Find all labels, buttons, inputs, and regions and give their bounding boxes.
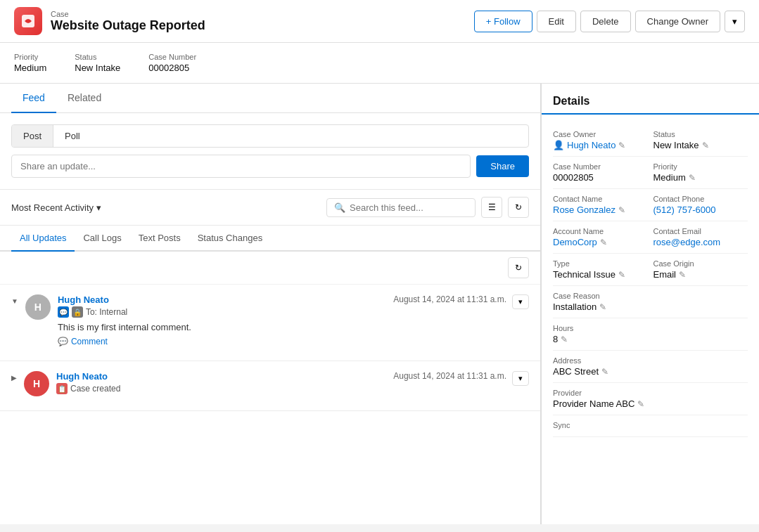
details-row-type-origin: Type Technical Issue ✎ Case Origin Email…	[553, 254, 748, 286]
poll-tab[interactable]: Poll	[53, 125, 91, 147]
sync-cell: Sync	[553, 421, 648, 431]
avatar: H	[25, 294, 51, 320]
case-number-label: Case Number	[148, 53, 196, 61]
hours-text: 8	[553, 334, 558, 344]
search-feed-container: 🔍	[326, 198, 476, 217]
edit-contact-name-icon[interactable]: ✎	[618, 205, 625, 215]
provider-text: Provider Name ABC	[553, 398, 634, 409]
header-actions: + Follow Edit Delete Change Owner ▾	[474, 11, 745, 32]
tab-text-posts[interactable]: Text Posts	[130, 226, 189, 252]
page-header: Case Website Outage Reported + Follow Ed…	[0, 0, 759, 43]
priority-detail-label: Priority	[653, 162, 748, 171]
case-owner-name[interactable]: Hugh Neato	[567, 140, 616, 150]
type-text: Technical Issue	[553, 269, 616, 280]
feed-to: To: Internal	[86, 307, 127, 317]
tab-status-changes[interactable]: Status Changes	[189, 226, 272, 252]
edit-hours-icon[interactable]: ✎	[561, 335, 568, 344]
status-value: New Intake	[75, 63, 120, 73]
status-detail-value: New Intake ✎	[653, 140, 748, 150]
case-origin-cell: Case Origin Email ✎	[653, 259, 748, 280]
post-input-row: Share	[11, 155, 529, 178]
feed-item-left: ▼ H Hugh Neato 💬 🔒 To: Internal This is …	[11, 294, 191, 346]
edit-address-icon[interactable]: ✎	[601, 367, 608, 377]
case-number-cell: Case Number 00002805	[553, 162, 648, 183]
tab-related[interactable]: Related	[56, 84, 113, 113]
contact-name-text[interactable]: Rose Gonzalez	[553, 205, 616, 215]
contact-name-label: Contact Name	[553, 195, 648, 203]
share-button[interactable]: Share	[476, 155, 529, 177]
feed-item-right: August 14, 2024 at 11:31 a.m. ▾	[393, 371, 529, 386]
activity-tabs: All Updates Call Logs Text Posts Status …	[0, 226, 540, 252]
hours-cell: Hours 8 ✎	[553, 324, 648, 344]
tab-feed[interactable]: Feed	[11, 84, 56, 113]
refresh-icon-button[interactable]: ↻	[508, 197, 529, 218]
edit-account-icon[interactable]: ✎	[600, 238, 607, 247]
address-value: ABC Street ✎	[553, 366, 648, 377]
feed-item-header: ▼ H Hugh Neato 💬 🔒 To: Internal This is …	[11, 294, 529, 346]
search-feed-input[interactable]	[350, 202, 468, 213]
activity-dropdown[interactable]: Most Recent Activity ▾	[11, 202, 101, 213]
share-update-input[interactable]	[11, 155, 471, 178]
feed-item-body: Hugh Neato 💬 🔒 To: Internal This is my f…	[58, 294, 191, 346]
feed-author: Hugh Neato	[58, 294, 191, 305]
edit-reason-icon[interactable]: ✎	[599, 302, 606, 312]
status-field: Status New Intake	[75, 53, 120, 73]
feed-meta-icons: 💬 🔒 To: Internal	[58, 306, 191, 318]
empty-cell-4	[653, 389, 748, 409]
contact-email-value[interactable]: rose@edge.com	[653, 237, 748, 247]
edit-origin-icon[interactable]: ✎	[679, 270, 686, 280]
follow-button[interactable]: + Follow	[474, 11, 532, 32]
case-icon: 📋	[56, 383, 68, 394]
account-name-text[interactable]: DemoCorp	[553, 237, 597, 247]
empty-cell-5	[653, 421, 748, 431]
edit-status-icon[interactable]: ✎	[702, 141, 709, 150]
feed-actions-button[interactable]: ▾	[512, 371, 529, 386]
right-panel: Details Case Owner 👤 Hugh Neato ✎ Status…	[541, 84, 759, 524]
contact-email-cell: Contact Email rose@edge.com	[653, 227, 748, 247]
tab-all-updates[interactable]: All Updates	[11, 226, 75, 252]
feed-content: This is my first internal comment.	[58, 322, 191, 332]
priority-field: Priority Medium	[14, 53, 46, 73]
priority-detail-value: Medium ✎	[653, 172, 748, 183]
filter-icon-button[interactable]: ☰	[481, 197, 502, 218]
expand-toggle[interactable]: ▶	[11, 371, 17, 382]
address-label: Address	[553, 356, 648, 365]
collapse-toggle[interactable]: ▼	[11, 294, 18, 305]
case-owner-label: Case Owner	[553, 130, 648, 138]
feed-refresh-button[interactable]: ↻	[508, 257, 529, 278]
comment-link[interactable]: 💬 Comment	[58, 337, 191, 346]
case-origin-label: Case Origin	[653, 259, 748, 268]
post-tab[interactable]: Post	[12, 125, 53, 147]
edit-button[interactable]: Edit	[537, 11, 576, 32]
feed-actions-button[interactable]: ▾	[512, 294, 529, 309]
change-owner-button[interactable]: Change Owner	[635, 11, 720, 32]
avatar: H	[24, 371, 49, 396]
edit-type-icon[interactable]: ✎	[618, 270, 625, 280]
search-icon: 🔍	[334, 202, 345, 213]
tab-call-logs[interactable]: Call Logs	[75, 226, 129, 252]
contact-email-label: Contact Email	[653, 227, 748, 235]
account-name-cell: Account Name DemoCorp ✎	[553, 227, 648, 247]
chat-icon: 💬	[58, 306, 69, 318]
filter-row: Most Recent Activity ▾ 🔍 ☰ ↻	[0, 190, 540, 226]
case-reason-label: Case Reason	[553, 292, 648, 300]
contact-phone-cell: Contact Phone (512) 757-6000	[653, 195, 748, 215]
contact-phone-value[interactable]: (512) 757-6000	[653, 205, 748, 215]
priority-text: Medium	[653, 172, 686, 183]
hours-label: Hours	[553, 324, 648, 332]
status-detail-label: Status	[653, 130, 748, 138]
empty-cell-3	[653, 356, 748, 377]
dropdown-button[interactable]: ▾	[725, 11, 745, 32]
priority-label: Priority	[14, 53, 46, 61]
details-row-account-email: Account Name DemoCorp ✎ Contact Email ro…	[553, 221, 748, 254]
feed-item-header: ▶ H Hugh Neato 📋 Case created August 14,…	[11, 371, 529, 396]
address-cell: Address ABC Street ✎	[553, 356, 648, 377]
status-cell: Status New Intake ✎	[653, 130, 748, 150]
case-owner-value: 👤 Hugh Neato ✎	[553, 140, 648, 150]
edit-priority-icon[interactable]: ✎	[689, 173, 696, 183]
case-label: Case	[51, 10, 205, 18]
edit-owner-icon[interactable]: ✎	[618, 141, 625, 150]
delete-button[interactable]: Delete	[580, 11, 631, 32]
edit-provider-icon[interactable]: ✎	[637, 399, 644, 409]
feed-timestamp: August 14, 2024 at 11:31 a.m.	[393, 294, 506, 304]
